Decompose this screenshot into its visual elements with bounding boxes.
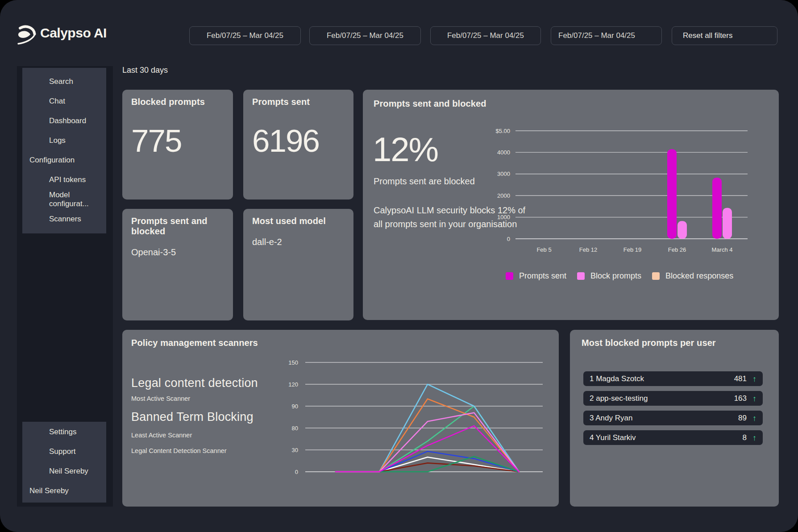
legend-label: Block prompts: [590, 271, 641, 281]
svg-text:90: 90: [292, 403, 298, 410]
user-row-label: 2 app-sec-testing: [590, 394, 727, 403]
legend-label: Blocked responses: [665, 271, 733, 281]
most-used-model-value: dall-e-2: [252, 237, 345, 247]
date-range-filter-3[interactable]: Feb/07/25 – Mar 04/25: [430, 26, 541, 45]
least-active-scanner-label: Least Active Scanner: [131, 432, 192, 439]
svg-text:$5.00: $5.00: [495, 128, 510, 134]
user-row-4[interactable]: 4 Yuril Starkiv 8 ↑: [583, 430, 763, 445]
blocked-users-card: Most blocked prompts per user 1 Magda Sz…: [570, 330, 779, 507]
user-row-label: 4 Yuril Starkiv: [590, 433, 727, 442]
prompts-bar-chart: $5.0040003000200010000Feb 5Feb 12Feb 19F…: [491, 109, 768, 261]
user-row-1[interactable]: 1 Magda Szotck 481 ↑: [583, 371, 763, 386]
calypso-logo-icon: [17, 24, 37, 45]
policy-scanners-title: Policy management scanners: [131, 338, 258, 348]
scanners-line-chart: 1501209080300: [268, 353, 553, 500]
sidebar-item-support[interactable]: Support: [22, 442, 106, 461]
prompts-sent-title: Prompts sent: [252, 97, 345, 107]
svg-text:80: 80: [292, 425, 298, 432]
svg-text:150: 150: [288, 359, 298, 366]
prompts-sent-value: 6196: [252, 125, 345, 157]
date-range-filter-4[interactable]: Feb/07/25 – Mar 04/25: [551, 26, 662, 45]
sent-blocked-model-title: Prompts sent and blocked: [131, 216, 224, 237]
svg-text:2000: 2000: [497, 192, 510, 199]
sidebar-item-model-config[interactable]: Model configurat...: [22, 190, 106, 209]
most-active-scanner-name: Legal content detection: [131, 376, 258, 390]
most-used-model-title: Most used model: [252, 216, 345, 226]
svg-text:1000: 1000: [497, 214, 510, 220]
user-row-3[interactable]: 3 Andy Ryan 89 ↑: [583, 411, 763, 425]
sidebar-item-api-tokens[interactable]: API tokens: [22, 170, 106, 190]
sidebar-nav-panel: Search Chat Dashboard Logs Configuration…: [22, 68, 106, 233]
arrow-up-icon: ↑: [752, 375, 756, 383]
app-window: Calypso AI Feb/07/25 – Mar 04/25 Feb/07/…: [0, 0, 798, 532]
most-active-scanner-label: Most Active Scanner: [131, 395, 190, 402]
sidebar-item-chat[interactable]: Chat: [22, 91, 106, 111]
sidebar-item-logs[interactable]: Logs: [22, 131, 106, 150]
blocked-prompts-title: Blocked prompts: [131, 97, 224, 107]
user-row-label: 3 Andy Ryan: [590, 414, 727, 423]
svg-text:0: 0: [507, 236, 510, 242]
legend-item-prompts-sent[interactable]: Prompts sent: [506, 271, 566, 281]
brand-title: Calypso AI: [40, 25, 107, 41]
user-row-value: 89: [727, 414, 747, 423]
reset-all-filters-button[interactable]: Reset all filters: [672, 26, 777, 45]
user-row-value: 8: [727, 433, 747, 442]
legend-item-blocked-responses[interactable]: Blocked responses: [652, 271, 733, 281]
legend-label: Prompts sent: [519, 271, 566, 281]
svg-text:Feb 5: Feb 5: [536, 246, 551, 253]
sent-blocked-model-value: Openai-3-5: [131, 247, 224, 258]
svg-text:Feb 26: Feb 26: [668, 246, 686, 253]
user-row-2[interactable]: 2 app-sec-testing 163 ↑: [583, 391, 763, 406]
sidebar-item-profile[interactable]: Neil Sereby: [22, 461, 106, 481]
svg-text:30: 30: [292, 447, 298, 453]
prompts-sent-card: Prompts sent 6196: [243, 90, 353, 200]
svg-text:0: 0: [295, 469, 298, 475]
blocked-percent-value: 12%: [373, 133, 438, 166]
svg-text:120: 120: [288, 381, 298, 388]
prompts-sent-swatch-icon: [506, 272, 513, 280]
sidebar-item-dashboard[interactable]: Dashboard: [22, 111, 106, 131]
sidebar-item-settings[interactable]: Settings: [22, 422, 106, 442]
date-range-filter-2[interactable]: Feb/07/25 – Mar 04/25: [309, 26, 421, 45]
policy-scanners-card: Policy management scanners Legal content…: [122, 330, 559, 507]
sidebar: Search Chat Dashboard Logs Configuration…: [17, 66, 113, 507]
bar-chart-legend: Prompts sent Block prompts Blocked respo…: [506, 271, 733, 281]
sidebar-item-search[interactable]: Search: [22, 72, 106, 91]
arrow-up-icon: ↑: [752, 434, 756, 442]
prompts-sent-blocked-title: Prompts sent and blocked: [374, 99, 486, 109]
scanner-footnote: Legal Content Detection Scanner: [131, 447, 227, 454]
arrow-up-icon: ↑: [752, 395, 756, 403]
most-used-model-card: Most used model dall-e-2: [243, 209, 353, 320]
blocked-users-title: Most blocked prompts per user: [582, 338, 716, 348]
prompts-sent-blocked-card: Prompts sent and blocked 12% Prompts sen…: [363, 90, 779, 320]
svg-text:Feb 12: Feb 12: [579, 246, 597, 253]
svg-text:March 4: March 4: [712, 246, 733, 253]
sidebar-item-scanners[interactable]: Scanners: [22, 209, 106, 229]
sidebar-user-name[interactable]: Neil Sereby: [22, 481, 106, 501]
user-row-value: 163: [727, 394, 747, 403]
date-range-filter-1[interactable]: Feb/07/25 – Mar 04/25: [189, 26, 301, 45]
svg-text:3000: 3000: [497, 170, 510, 177]
blocked-percent-subtitle: Prompts sent are blocked: [374, 176, 475, 187]
blocked-responses-swatch-icon: [652, 272, 660, 280]
sent-blocked-model-card: Prompts sent and blocked Openai-3-5: [122, 209, 233, 320]
arrow-up-icon: ↑: [752, 414, 756, 422]
svg-text:4000: 4000: [497, 149, 510, 156]
sidebar-bottom-panel: Settings Support Neil Sereby Neil Sereby: [22, 422, 106, 503]
blocked-prompts-value: 775: [131, 125, 224, 157]
svg-text:Feb 19: Feb 19: [623, 246, 641, 253]
blocked-prompts-card: Blocked prompts 775: [122, 90, 233, 200]
period-label: Last 30 days: [122, 66, 168, 75]
user-row-label: 1 Magda Szotck: [590, 374, 727, 383]
least-active-scanner-name: Banned Term Blocking: [131, 410, 254, 424]
block-prompts-swatch-icon: [577, 272, 585, 280]
user-row-value: 481: [727, 374, 747, 383]
legend-item-block-prompts[interactable]: Block prompts: [577, 271, 641, 281]
sidebar-section-configuration[interactable]: Configuration: [22, 150, 106, 170]
